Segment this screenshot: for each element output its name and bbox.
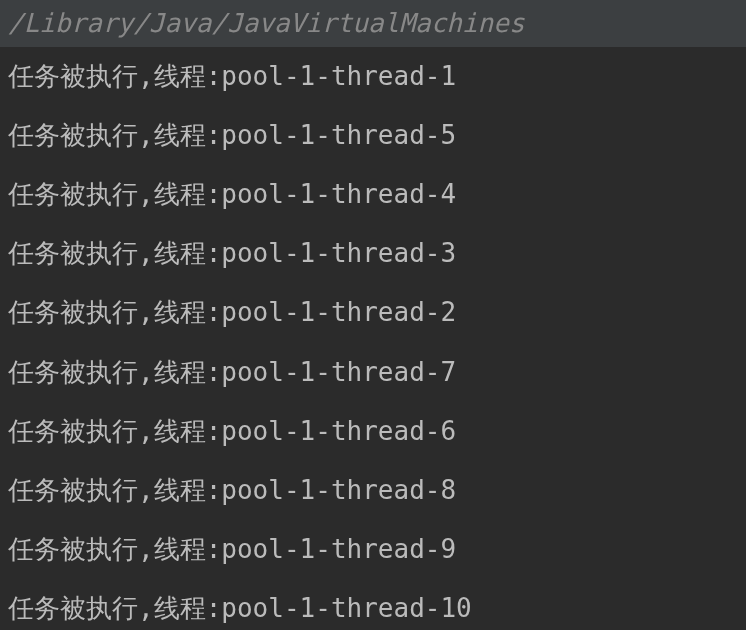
console-line: 任务被执行,线程:pool-1-thread-7 (0, 343, 746, 402)
console-line: 任务被执行,线程:pool-1-thread-5 (0, 106, 746, 165)
console-line: 任务被执行,线程:pool-1-thread-9 (0, 520, 746, 579)
console-line: 任务被执行,线程:pool-1-thread-4 (0, 165, 746, 224)
console-line: 任务被执行,线程:pool-1-thread-3 (0, 224, 746, 283)
console-output: /Library/Java/JavaVirtualMachines 任务被执行,… (0, 0, 746, 630)
console-line: 任务被执行,线程:pool-1-thread-2 (0, 283, 746, 342)
execution-path: /Library/Java/JavaVirtualMachines (0, 0, 746, 47)
console-line: 任务被执行,线程:pool-1-thread-1 (0, 47, 746, 106)
console-line: 任务被执行,线程:pool-1-thread-8 (0, 461, 746, 520)
console-line: 任务被执行,线程:pool-1-thread-6 (0, 402, 746, 461)
console-line: 任务被执行,线程:pool-1-thread-10 (0, 579, 746, 630)
